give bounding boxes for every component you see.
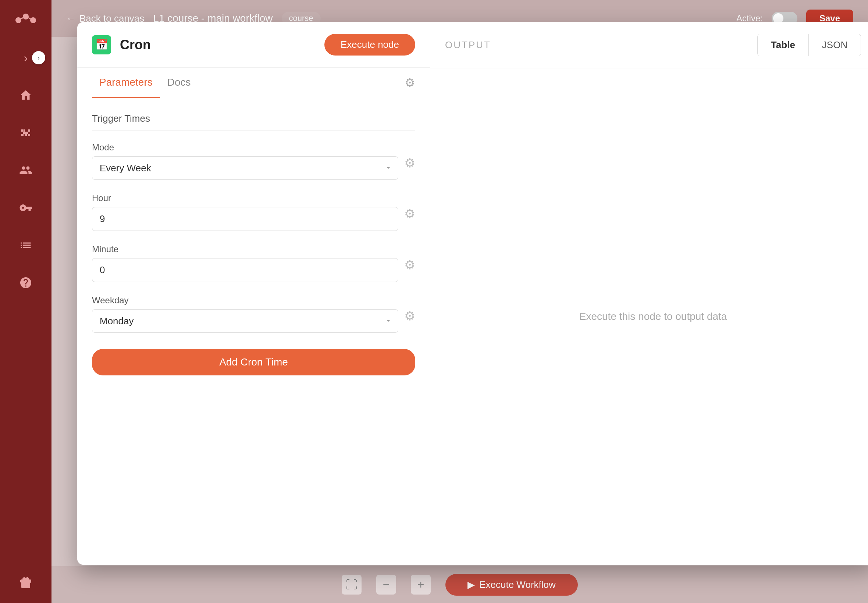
modal-tabs: Parameters Docs ⚙: [77, 68, 430, 98]
minute-label: Minute: [92, 244, 398, 254]
output-content: Execute this node to output data: [430, 68, 868, 565]
hour-field-wrap: Hour: [92, 193, 398, 231]
hour-field-group: Hour ⚙: [92, 193, 415, 231]
tab-parameters[interactable]: Parameters: [92, 68, 160, 98]
section-title: Trigger Times: [92, 113, 415, 130]
tab-docs[interactable]: Docs: [160, 68, 198, 98]
hour-gear-icon[interactable]: ⚙: [404, 193, 415, 221]
modal-body: 📅 Cron Execute node Parameters Docs ⚙: [77, 22, 868, 565]
add-cron-time-button[interactable]: Add Cron Time: [92, 349, 415, 376]
weekday-field-wrap: Weekday Monday Tuesday Wednesday Thursda…: [92, 295, 398, 333]
weekday-label: Weekday: [92, 295, 398, 306]
output-tab-table[interactable]: Table: [758, 34, 809, 56]
right-panel: OUTPUT Table JSON Execute this node to o…: [430, 22, 868, 565]
execute-node-button[interactable]: Execute node: [324, 34, 415, 56]
minute-field-wrap: Minute: [92, 244, 398, 282]
mode-field-wrap: Mode Every Week Every Minute Every Hour …: [92, 142, 398, 180]
hour-input[interactable]: [92, 207, 398, 231]
output-tabs: Table JSON: [757, 34, 861, 56]
minute-gear-icon[interactable]: ⚙: [404, 244, 415, 272]
hour-label: Hour: [92, 193, 398, 203]
mode-select[interactable]: Every Week Every Minute Every Hour Every…: [92, 156, 398, 180]
mode-label: Mode: [92, 142, 398, 153]
cron-node-icon: 📅: [92, 35, 111, 54]
mode-field-group: Mode Every Week Every Minute Every Hour …: [92, 142, 415, 180]
settings-icon[interactable]: ⚙: [405, 76, 415, 90]
minute-field-group: Minute ⚙: [92, 244, 415, 282]
node-title: Cron: [120, 37, 316, 53]
left-panel: 📅 Cron Execute node Parameters Docs ⚙: [77, 22, 430, 565]
minute-input[interactable]: [92, 258, 398, 282]
weekday-select[interactable]: Monday Tuesday Wednesday Thursday Friday…: [92, 309, 398, 333]
output-label: OUTPUT: [445, 39, 491, 51]
node-header: 📅 Cron Execute node: [77, 22, 430, 68]
cron-modal: 📅 Cron Execute node Parameters Docs ⚙: [77, 22, 868, 565]
left-content: Trigger Times Mode Every Week Every Minu…: [77, 98, 430, 565]
output-tab-json[interactable]: JSON: [809, 34, 861, 56]
modal-overlay: 📅 Cron Execute node Parameters Docs ⚙: [0, 0, 868, 603]
weekday-gear-icon[interactable]: ⚙: [404, 295, 415, 323]
mode-gear-icon[interactable]: ⚙: [404, 142, 415, 170]
output-header: OUTPUT Table JSON: [430, 22, 868, 68]
output-empty-message: Execute this node to output data: [579, 311, 727, 322]
weekday-field-group: Weekday Monday Tuesday Wednesday Thursda…: [92, 295, 415, 333]
